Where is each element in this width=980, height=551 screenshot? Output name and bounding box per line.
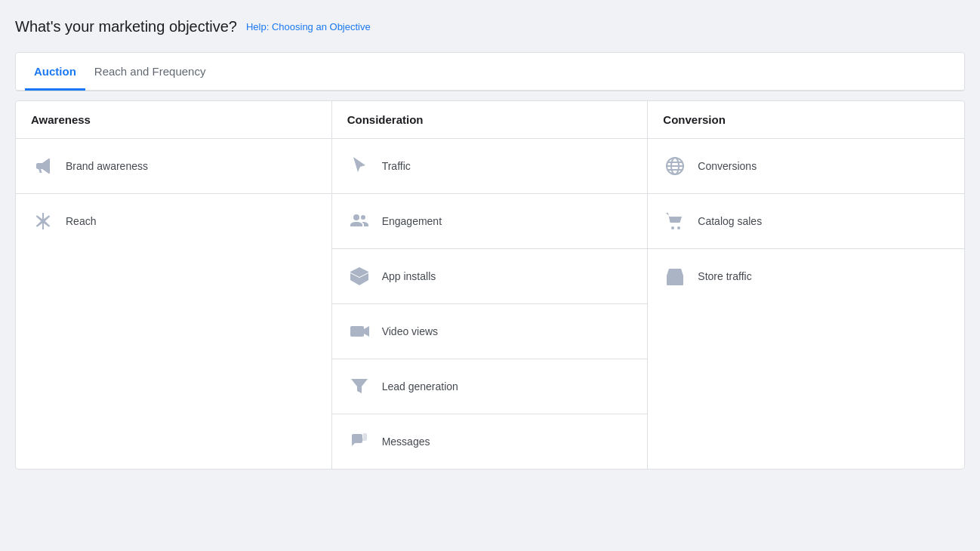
col-consideration: Traffic Engagement bbox=[332, 139, 649, 469]
svg-rect-2 bbox=[350, 326, 364, 337]
cursor-icon bbox=[347, 154, 371, 178]
svg-rect-13 bbox=[679, 276, 683, 279]
item-video-views[interactable]: Video views bbox=[332, 304, 648, 359]
item-conversions-label: Conversions bbox=[698, 160, 757, 172]
item-engagement[interactable]: Engagement bbox=[332, 194, 648, 249]
page-header: What's your marketing objective? Help: C… bbox=[15, 15, 965, 38]
col-header-conversion: Conversion bbox=[648, 101, 964, 138]
item-reach[interactable]: Reach bbox=[16, 194, 331, 248]
content-card: Awareness Consideration Conversion Brand… bbox=[15, 100, 965, 469]
item-store-traffic[interactable]: Store traffic bbox=[648, 249, 964, 303]
cart-icon bbox=[663, 209, 687, 233]
item-catalog-sales[interactable]: Catalog sales bbox=[648, 194, 964, 249]
col-conversion: Conversions Catalog sales bbox=[648, 139, 964, 469]
item-catalog-sales-label: Catalog sales bbox=[698, 215, 762, 227]
tabs-row: Auction Reach and Frequency bbox=[16, 53, 964, 91]
item-traffic-label: Traffic bbox=[382, 160, 411, 172]
help-link[interactable]: Help: Choosing an Objective bbox=[246, 21, 371, 32]
store-icon bbox=[663, 264, 687, 288]
box-icon bbox=[347, 264, 371, 288]
page-title: What's your marketing objective? bbox=[15, 18, 237, 35]
col-awareness: Brand awareness Reach bbox=[16, 139, 332, 469]
item-messages[interactable]: Messages bbox=[332, 414, 648, 469]
video-icon bbox=[347, 319, 371, 343]
funnel-icon bbox=[347, 374, 371, 399]
col-header-consideration: Consideration bbox=[332, 101, 649, 138]
item-brand-awareness[interactable]: Brand awareness bbox=[16, 139, 331, 194]
columns-header: Awareness Consideration Conversion bbox=[16, 101, 964, 139]
item-lead-generation[interactable]: Lead generation bbox=[332, 359, 648, 414]
tabs-card: Auction Reach and Frequency bbox=[15, 52, 965, 91]
item-app-installs-label: App installs bbox=[382, 270, 436, 282]
item-traffic[interactable]: Traffic bbox=[332, 139, 648, 194]
item-app-installs[interactable]: App installs bbox=[332, 249, 648, 304]
item-messages-label: Messages bbox=[382, 436, 430, 448]
page-container: What's your marketing objective? Help: C… bbox=[15, 15, 965, 469]
svg-point-8 bbox=[671, 226, 674, 229]
item-store-traffic-label: Store traffic bbox=[698, 270, 751, 282]
megaphone-icon bbox=[31, 154, 55, 178]
tab-auction[interactable]: Auction bbox=[25, 53, 85, 91]
messages-icon bbox=[347, 429, 371, 454]
item-video-views-label: Video views bbox=[382, 325, 438, 337]
svg-rect-11 bbox=[672, 278, 678, 285]
svg-point-1 bbox=[361, 215, 365, 220]
people-icon bbox=[347, 209, 371, 233]
asterisk-icon bbox=[31, 209, 55, 233]
item-reach-label: Reach bbox=[66, 215, 96, 227]
col-header-awareness: Awareness bbox=[16, 101, 332, 138]
svg-rect-12 bbox=[667, 276, 671, 279]
item-brand-awareness-label: Brand awareness bbox=[66, 160, 148, 172]
tab-reach-frequency[interactable]: Reach and Frequency bbox=[85, 53, 215, 91]
svg-point-0 bbox=[353, 214, 359, 220]
item-lead-generation-label: Lead generation bbox=[382, 380, 458, 392]
globe-icon bbox=[663, 154, 687, 178]
svg-point-9 bbox=[677, 226, 680, 229]
columns-body: Brand awareness Reach bbox=[16, 139, 964, 469]
item-conversions[interactable]: Conversions bbox=[648, 139, 964, 194]
item-engagement-label: Engagement bbox=[382, 215, 442, 227]
